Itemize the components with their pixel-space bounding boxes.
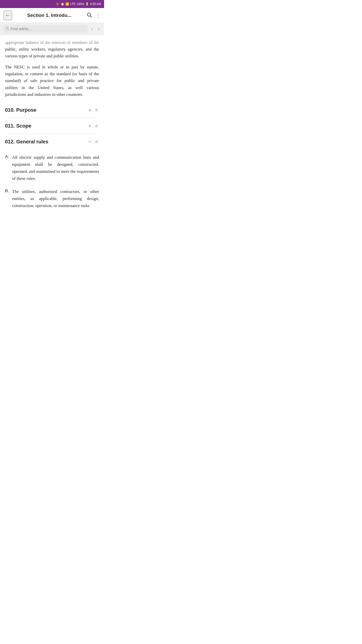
page-title: Section 1. Introdu... <box>15 13 84 18</box>
search-bar: ‹ › <box>0 23 104 35</box>
section-011-expand-button[interactable]: + <box>88 123 92 129</box>
battery-icon: 🔋 <box>85 2 89 6</box>
status-bar: 🔇 ⏰ 📶 LTE 100% 🔋 8:59 AM <box>0 0 104 8</box>
section-010-expand-button[interactable]: + <box>88 107 92 113</box>
section-012[interactable]: 012. General rules − ★ <box>5 134 99 150</box>
sub-item-a: A. All electric supply and communication… <box>5 154 99 182</box>
section-011[interactable]: 011. Scope + ★ <box>5 118 99 134</box>
section-012-expand-button[interactable]: − <box>88 139 92 145</box>
sub-item-b: B. The utilities, authorized contractors… <box>5 188 99 209</box>
top-paragraph: appropriate balance of the interests of … <box>5 39 99 59</box>
section-011-star-button[interactable]: ★ <box>94 123 99 129</box>
second-paragraph: The NESC is used in whole or in part by … <box>5 64 99 98</box>
section-011-title: 011. Scope <box>5 123 88 129</box>
search-next-button[interactable]: › <box>96 25 101 33</box>
sub-item-b-letter: B. <box>5 188 10 193</box>
top-paragraph-text: appropriate balance of the interests of … <box>5 39 99 59</box>
svg-line-3 <box>8 29 9 30</box>
section-010[interactable]: 010. Purpose + ★ <box>5 102 99 118</box>
wifi-icon: 📶 <box>65 2 69 6</box>
search-button[interactable] <box>86 12 92 19</box>
section-012-sub-content: A. All electric supply and communication… <box>5 150 99 217</box>
sub-item-b-text: The utilities, authorized contractors, o… <box>12 188 99 209</box>
more-options-button[interactable]: ⋮ <box>96 12 101 18</box>
back-button[interactable]: ← <box>4 11 12 20</box>
section-012-star-button[interactable]: ★ <box>94 139 99 145</box>
section-012-title: 012. General rules <box>5 139 88 145</box>
signal-icon: LTE <box>70 2 75 6</box>
sub-item-a-letter: A. <box>5 154 10 159</box>
app-bar: ← Section 1. Introdu... ⋮ <box>0 8 104 23</box>
sub-item-a-text: All electric supply and communication li… <box>12 154 99 182</box>
svg-line-1 <box>90 16 92 17</box>
find-within-input-wrapper[interactable] <box>3 25 88 33</box>
app-bar-icons: ⋮ <box>86 12 101 19</box>
second-paragraph-text: The NESC is used in whole or in part by … <box>5 64 99 98</box>
status-icons: 🔇 ⏰ 📶 LTE 100% 🔋 8:59 AM <box>56 2 101 6</box>
search-prev-button[interactable]: ‹ <box>90 25 95 33</box>
section-010-star-button[interactable]: ★ <box>94 107 99 113</box>
bluetooth-icon: 🔇 <box>56 2 60 6</box>
find-within-input[interactable] <box>11 27 85 31</box>
battery-label: 100% <box>76 2 84 6</box>
find-search-icon <box>6 27 9 31</box>
alarm-icon: ⏰ <box>61 2 64 6</box>
time-label: 8:59 AM <box>90 2 101 6</box>
content-area: appropriate balance of the interests of … <box>0 35 104 221</box>
section-010-title: 010. Purpose <box>5 107 88 113</box>
